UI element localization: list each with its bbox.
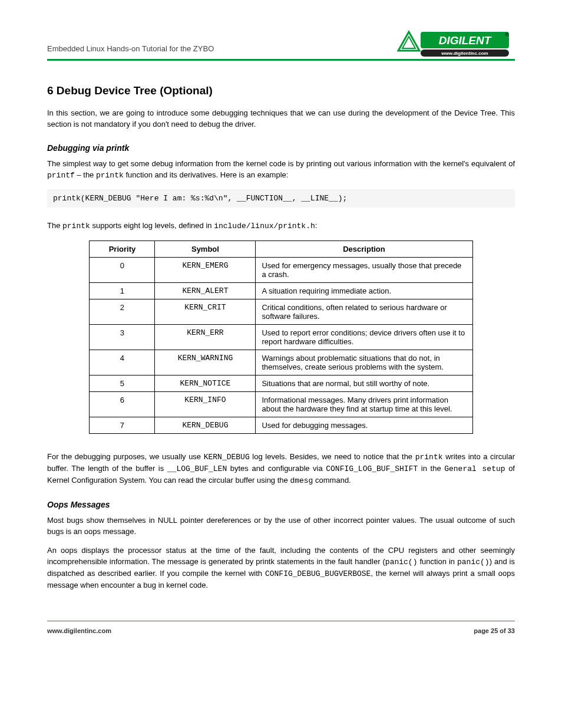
text: – the [75,170,96,179]
table-row: 3 KERN_ERR Used to report error conditio… [90,325,472,350]
cell-description: Situations that are normal, but still wo… [256,375,472,392]
page-header-title: Embedded Linux Hands-on Tutorial for the… [47,44,214,58]
printk-paragraph: The simplest way to get some debug infor… [47,159,515,182]
code-config-log-buf-shift: CONFIG_LOG_BUF_SHIFT [326,465,418,473]
cell-description: Critical conditions, often related to se… [256,299,472,325]
table-row: 0 KERN_EMERG Used for emergency messages… [90,258,472,283]
text: The simplest way to get some debug infor… [47,159,515,168]
code-dmesg: dmesg [290,476,313,485]
after-table-paragraph: For the debugging purposes, we usually u… [47,452,515,487]
cell-priority: 1 [90,283,155,299]
section-heading: 6 Debug Device Tree (Optional) [47,84,515,97]
log-levels-table: Priority Symbol Description 0 KERN_EMERG… [89,241,472,434]
cell-symbol: KERN_ALERT [155,283,256,299]
cell-priority: 0 [90,258,155,283]
cell-description: Used to report error conditions; device … [256,325,472,350]
oops-p2: An oops displays the processor status at… [47,545,515,591]
code-printk-3: printk [415,453,443,462]
text: function and its derivatives. Here is an… [124,170,289,179]
section-intro: In this section, we are going to introdu… [47,108,515,130]
cell-description: A situation requiring immediate action. [256,283,472,299]
text: command. [313,476,351,485]
text: supports eight log levels, defined in [90,221,214,230]
code-config-debug-bugverbose: CONFIG_DEBUG_BUGVERBOSE [265,569,371,578]
cell-description: Used for emergency messages, usually tho… [256,258,472,283]
cell-symbol: KERN_NOTICE [155,375,256,392]
code-printf: printf [47,171,75,180]
table-row: 1 KERN_ALERT A situation requiring immed… [90,283,472,299]
cell-description: Informational messages. Many drivers pri… [256,392,472,417]
cell-symbol: KERN_DEBUG [155,417,256,434]
cell-symbol: KERN_INFO [155,392,256,417]
cell-description: Warnings about problematic situations th… [256,350,472,375]
cell-priority: 3 [90,325,155,350]
cell-priority: 6 [90,392,155,417]
text: : [315,221,318,230]
code-kern-debug: KERN_DEBUG [204,453,250,462]
footer-url: www.digilentinc.com [47,627,111,634]
cell-priority: 7 [90,417,155,434]
code-printk-2: printk [62,222,90,230]
table-row: 6 KERN_INFO Informational messages. Many… [90,392,472,417]
table-row: 7 KERN_DEBUG Used for debugging messages… [90,417,472,434]
code-panic-2: panic() [457,558,490,566]
code-log-buf-len: __LOG_BUF_LEN [167,465,227,473]
header-rule [47,59,515,61]
logo-text: DIGILENT [439,34,492,47]
code-general-setup: General setup [444,465,505,473]
cell-priority: 2 [90,299,155,325]
cell-priority: 4 [90,350,155,375]
logo-registered: ® [505,32,509,38]
cell-symbol: KERN_WARNING [155,350,256,375]
cell-symbol: KERN_CRIT [155,299,256,325]
code-include-path: include/linux/printk.h [214,222,315,230]
code-panic-1: panic() [385,558,418,566]
text: in the [418,464,444,473]
text: log levels. Besides, we need to notice t… [250,452,415,461]
cell-priority: 5 [90,375,155,392]
logo-url: www.digilentinc.com [441,51,488,56]
table-row: 2 KERN_CRIT Critical conditions, often r… [90,299,472,325]
digilent-logo: DIGILENT ® www.digilentinc.com [397,29,515,58]
text: For the debugging purposes, we usually u… [47,452,204,461]
table-header-symbol: Symbol [155,241,256,258]
text: bytes and configurable via [227,464,326,473]
table-header-priority: Priority [90,241,155,258]
text: function in [417,557,457,566]
code-example: printk(KERN_DEBUG "Here I am: %s:%d\n", … [47,189,515,207]
footer-page-number: page 25 of 33 [474,627,515,634]
table-header-description: Description [256,241,472,258]
cell-description: Used for debugging messages. [256,417,472,434]
text: The [47,221,62,230]
footer-rule [47,621,515,621]
table-row: 5 KERN_NOTICE Situations that are normal… [90,375,472,392]
subsection-oops-heading: Oops Messages [47,500,515,509]
levels-intro: The printk supports eight log levels, de… [47,220,515,232]
subsection-printk-heading: Debugging via printk [47,143,515,153]
oops-p1: Most bugs show themselves in NULL pointe… [47,515,515,538]
cell-symbol: KERN_ERR [155,325,256,350]
table-row: 4 KERN_WARNING Warnings about problemati… [90,350,472,375]
code-printk: printk [96,171,124,180]
cell-symbol: KERN_EMERG [155,258,256,283]
